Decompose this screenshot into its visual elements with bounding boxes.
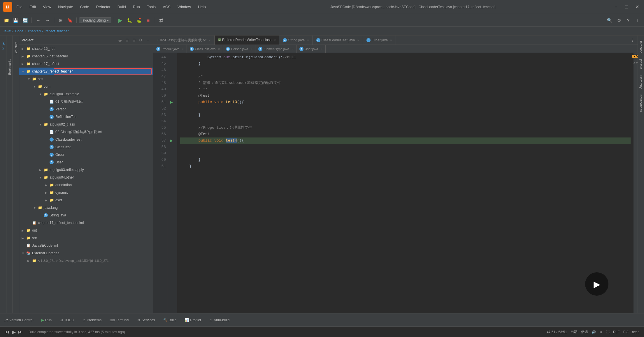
- menu-tools[interactable]: Tools: [146, 4, 157, 10]
- run-item[interactable]: ▶ Run: [40, 317, 53, 323]
- tab2-close-user[interactable]: ×: [320, 47, 322, 51]
- tree-item-atguigu04[interactable]: ▼ 📁 atguigu04.other: [19, 174, 153, 181]
- search-button[interactable]: 🔍: [606, 16, 614, 24]
- sync-button[interactable]: 🔄: [21, 16, 29, 24]
- volume-icon[interactable]: 🔊: [592, 330, 596, 334]
- menu-vcs[interactable]: VCS: [162, 4, 172, 10]
- tab2-close-elementtype[interactable]: ×: [292, 47, 293, 51]
- translate-button[interactable]: ⇄: [157, 16, 166, 24]
- tree-item-chapter17-reflect-teacher[interactable]: ▼ 📁 chapter17_reflect_teacher: [19, 68, 153, 75]
- tab-txt02[interactable]: T 02-Class的理解与类的加载.txt ×: [153, 36, 215, 45]
- tab-close-txt02[interactable]: ×: [209, 38, 210, 42]
- run-with-coverage-button[interactable]: ⛳: [135, 16, 143, 24]
- tree-item-external-libraries[interactable]: ▼ 📚 External Libraries: [19, 249, 153, 257]
- tab-order[interactable]: C Order.java ×: [363, 36, 396, 45]
- tree-item-user[interactable]: ▶ C User: [19, 158, 153, 166]
- menu-run[interactable]: Run: [132, 4, 141, 10]
- play-pause-icon[interactable]: ▶: [12, 329, 16, 335]
- notifications-tab[interactable]: Notifications: [638, 91, 644, 115]
- run-button[interactable]: ▶: [116, 16, 124, 24]
- forward-button[interactable]: →: [43, 16, 52, 24]
- help-icon-button[interactable]: ?: [624, 16, 632, 24]
- expand-all-icon[interactable]: ⊞: [124, 37, 130, 43]
- version-control-item[interactable]: ⎇ Version Control: [2, 317, 35, 323]
- profiler-item[interactable]: 📊 Profiler: [183, 317, 203, 323]
- tree-item-atguigu02[interactable]: ▼ 📁 atguigu02_class: [19, 121, 153, 128]
- minimize-panel-icon[interactable]: −: [145, 37, 151, 43]
- structure-label[interactable]: Structure: [14, 41, 18, 54]
- tab2-user[interactable]: C User.java ×: [296, 45, 325, 53]
- problems-item[interactable]: ⚠ Problems: [81, 317, 103, 323]
- settings-icon-bottom[interactable]: ⚙: [599, 330, 603, 334]
- jdasslb-tab[interactable]: jdasslb: [638, 56, 644, 72]
- fullscreen-icon[interactable]: ⛶: [606, 330, 610, 334]
- run-gutter-57[interactable]: ▶: [168, 137, 175, 144]
- tree-item-order[interactable]: ▶ C Order: [19, 151, 153, 158]
- tab2-product[interactable]: C Product.java ×: [153, 45, 187, 53]
- run-gutter-51[interactable]: ▶: [168, 99, 175, 105]
- menu-navigate[interactable]: Navigate: [57, 4, 74, 10]
- minimize-button[interactable]: −: [612, 3, 620, 11]
- back-button[interactable]: ←: [34, 16, 42, 24]
- breadcrumb-item-1[interactable]: JavaSECode: [3, 29, 23, 33]
- bookmarks-button[interactable]: 🔖: [66, 16, 74, 24]
- tree-item-dynamic[interactable]: ▶ 📁 dynamic: [19, 189, 153, 196]
- tab-close-order[interactable]: ×: [390, 38, 392, 42]
- auto-label[interactable]: 自动: [571, 329, 578, 334]
- menu-file[interactable]: File: [15, 4, 24, 10]
- menu-help[interactable]: Help: [197, 4, 207, 10]
- code-content[interactable]: System.out.println(classLoader1);//null …: [177, 53, 634, 313]
- menu-code[interactable]: Code: [79, 4, 90, 10]
- update-button[interactable]: ↑: [634, 16, 642, 24]
- stop-button[interactable]: ■: [144, 16, 152, 24]
- run-config-dropdown[interactable]: java.lang.String ▾: [79, 17, 111, 23]
- tab-close-bufferedreader[interactable]: ×: [274, 38, 276, 42]
- gear-icon[interactable]: ⚙: [138, 37, 144, 43]
- recent-files-button[interactable]: ⊞: [57, 16, 65, 24]
- tab-more-options[interactable]: ⋮: [629, 37, 635, 43]
- tab-bufferedreader[interactable]: C BufferedReaderWriterTest.class ×: [215, 36, 280, 45]
- tree-item-chapter17-reflect[interactable]: ▶ 📁 chapter17_reflect: [19, 60, 153, 68]
- tree-item-javalang[interactable]: ▼ 📁 java.lang: [19, 204, 153, 211]
- speed-label[interactable]: 倍速: [581, 329, 588, 334]
- tree-item-chapter16-net-teacher[interactable]: ▶ 📁 chapter16_net_teacher: [19, 52, 153, 60]
- tree-item-out[interactable]: ▶ 📁 out: [19, 227, 153, 234]
- tab-classloadertest[interactable]: C ClassLoaderTest.java ×: [313, 36, 363, 45]
- menu-refactor[interactable]: Refactor: [95, 4, 112, 10]
- tab2-classtest[interactable]: C ClassTest.java ×: [187, 45, 223, 53]
- tab2-elementtype[interactable]: C ElementType.java ×: [255, 45, 296, 53]
- tree-item-javasecodeiml[interactable]: ▶ 📋 JavaSECode.iml: [19, 242, 153, 249]
- terminal-item[interactable]: ⌨ Terminal: [108, 317, 131, 323]
- skip-back-icon[interactable]: ⏮: [5, 329, 9, 335]
- build-item[interactable]: 🔨 Build: [162, 317, 178, 323]
- services-item[interactable]: ⚙ Services: [136, 317, 157, 323]
- tree-item-classtest[interactable]: ▶ C ClassTest: [19, 143, 153, 151]
- tree-item-txt02[interactable]: ▶ 📄 02-Class的理解与类的加载.txt: [19, 128, 153, 136]
- auto-build-item[interactable]: ⚠ Auto-build: [208, 317, 231, 323]
- menu-build[interactable]: Build: [116, 4, 127, 10]
- todo-item[interactable]: ☑ TODO: [58, 317, 76, 323]
- tree-item-stringjava[interactable]: ▶ C String.java: [19, 211, 153, 219]
- menu-window[interactable]: Window: [176, 4, 192, 10]
- tab-close-string[interactable]: ×: [307, 38, 309, 42]
- video-play-button[interactable]: ▶: [585, 272, 608, 296]
- locate-icon[interactable]: ◎: [117, 37, 123, 43]
- open-folder-button[interactable]: 📁: [2, 16, 10, 24]
- tree-item-reflectiontest[interactable]: ▶ C ReflectionTest: [19, 113, 153, 121]
- tree-item-src2[interactable]: ▶ 📁 src: [19, 234, 153, 242]
- tree-item-atguigu01[interactable]: ▼ 📁 atguigu01.example: [19, 90, 153, 98]
- tree-item-com[interactable]: ▼ 📁 com: [19, 83, 153, 90]
- collapse-all-icon[interactable]: ⊟: [131, 37, 137, 43]
- tree-item-src[interactable]: ▼ 📁 src: [19, 75, 153, 83]
- menu-edit[interactable]: Edit: [28, 4, 37, 10]
- save-button[interactable]: 💾: [12, 16, 20, 24]
- database-tab[interactable]: Database: [638, 37, 644, 56]
- tree-item-jdk[interactable]: ▶ 📁 < 1.8.0_271 > D:\develop_tools\JDK\j…: [19, 257, 153, 264]
- tree-item-txt01[interactable]: ▶ 📄 01-反射的举例.txt: [19, 98, 153, 105]
- tab-close-classloader[interactable]: ×: [357, 38, 359, 42]
- tree-item-annotation[interactable]: ▶ 📁 annotation: [19, 181, 153, 189]
- scroll-arrows[interactable]: ∧ ∨: [633, 59, 638, 66]
- tab2-close-person[interactable]: ×: [250, 47, 252, 51]
- tab2-close-product[interactable]: ×: [182, 47, 183, 51]
- tab2-close-classtest[interactable]: ×: [218, 47, 220, 51]
